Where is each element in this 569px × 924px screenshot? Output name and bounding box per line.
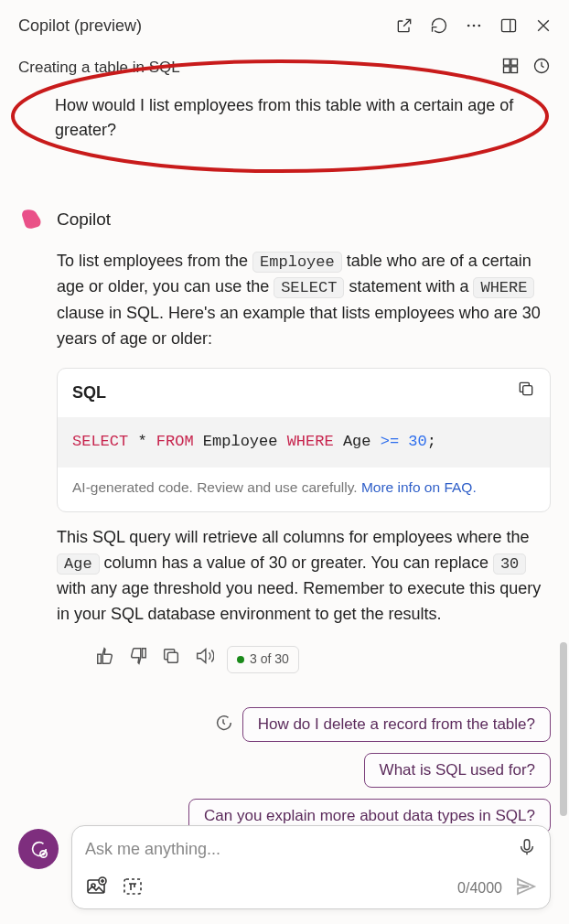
user-question-text: How would I list employees from this tab… — [55, 93, 523, 143]
grid-icon[interactable] — [501, 57, 520, 79]
response-block: Copilot To list employees from the Emplo… — [0, 207, 569, 674]
svg-point-2 — [478, 25, 481, 27]
input-footer: 0/4000 — [18, 825, 551, 909]
more-icon[interactable] — [465, 16, 483, 35]
code-block: SQL SELECT * FROM Employee WHERE Age >= … — [57, 368, 551, 511]
copilot-logo-icon — [18, 207, 44, 232]
inline-code-employee: Employee — [252, 252, 342, 273]
refresh-icon[interactable] — [430, 16, 448, 35]
status-dot-icon — [237, 656, 244, 663]
code-content: SELECT * FROM Employee WHERE Age >= 30; — [58, 417, 550, 467]
ocr-select-button[interactable] — [122, 876, 144, 901]
suggestion-chip-1[interactable]: How do I delete a record from the table? — [242, 707, 551, 742]
thumbs-up-button[interactable] — [95, 646, 115, 674]
code-block-header: SQL — [58, 369, 550, 417]
response-counter: 3 of 30 — [227, 646, 299, 673]
svg-point-1 — [473, 25, 476, 27]
suggestion-chip-2[interactable]: What is SQL used for? — [364, 753, 551, 788]
svg-rect-4 — [504, 59, 510, 66]
svg-rect-3 — [502, 19, 516, 31]
thumbs-down-button[interactable] — [128, 646, 148, 674]
code-language-label: SQL — [72, 381, 106, 406]
history-icon[interactable] — [532, 57, 551, 79]
new-thread-button[interactable] — [18, 829, 59, 869]
add-image-button[interactable] — [85, 876, 107, 901]
header-bar: Copilot (preview) — [0, 0, 569, 51]
topic-title: Creating a table in SQL — [18, 59, 180, 77]
response-actions: 3 of 30 — [57, 646, 551, 674]
code-disclaimer: AI-generated code. Review and use carefu… — [58, 467, 550, 511]
copy-code-button[interactable] — [517, 380, 535, 406]
send-button[interactable] — [515, 876, 537, 901]
response-para-1: To list employees from the Employee tabl… — [57, 249, 551, 351]
svg-rect-13 — [524, 840, 530, 850]
open-external-icon[interactable] — [395, 16, 413, 35]
svg-rect-5 — [511, 59, 518, 66]
scrollbar[interactable] — [560, 642, 567, 816]
suggestions-block: How do I delete a record from the table?… — [0, 674, 569, 833]
input-row-tools: 0/4000 — [85, 876, 537, 901]
input-meta: 0/4000 — [457, 876, 537, 901]
response-body: To list employees from the Employee tabl… — [18, 249, 551, 674]
svg-point-0 — [467, 25, 470, 27]
inline-code-where: WHERE — [473, 277, 534, 298]
panel-icon[interactable] — [499, 16, 518, 35]
topic-row: Creating a table in SQL — [0, 51, 569, 84]
suggestion-row: How do I delete a record from the table? — [213, 707, 551, 742]
svg-rect-7 — [511, 67, 518, 73]
topic-actions — [501, 57, 551, 79]
inline-code-30: 30 — [493, 553, 526, 575]
header-actions — [395, 16, 553, 35]
inline-code-age: Age — [57, 553, 100, 575]
chat-input[interactable] — [85, 840, 517, 859]
svg-rect-11 — [167, 652, 177, 662]
suggestion-icon — [213, 713, 233, 736]
response-header: Copilot — [18, 207, 551, 232]
inline-code-select: SELECT — [274, 277, 344, 298]
responder-name: Copilot — [57, 210, 111, 230]
microphone-button[interactable] — [517, 837, 537, 861]
app-title: Copilot (preview) — [18, 16, 142, 36]
svg-rect-17 — [124, 879, 141, 894]
faq-link[interactable]: More info on FAQ. — [361, 479, 477, 495]
response-para-2: This SQL query will retrieve all columns… — [57, 525, 551, 628]
user-question-block: How would I list employees from this tab… — [0, 84, 569, 179]
svg-rect-10 — [523, 386, 532, 395]
close-icon[interactable] — [534, 16, 553, 35]
copy-response-button[interactable] — [161, 646, 181, 674]
input-card: 0/4000 — [71, 825, 551, 909]
speak-button[interactable] — [194, 646, 214, 674]
input-row-main — [85, 837, 537, 861]
input-tools — [85, 876, 144, 901]
svg-rect-6 — [504, 67, 510, 73]
char-counter: 0/4000 — [457, 880, 502, 897]
